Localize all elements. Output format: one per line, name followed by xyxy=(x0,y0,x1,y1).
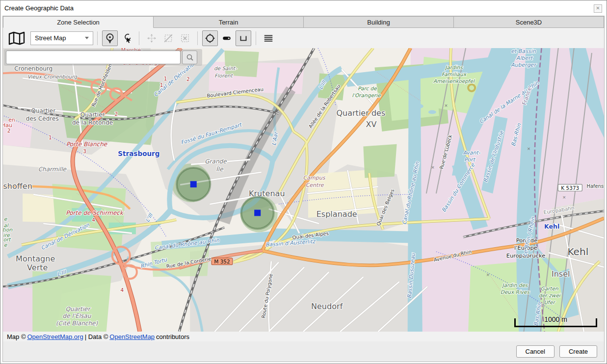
search-button[interactable] xyxy=(182,51,197,64)
delete-selection-icon[interactable] xyxy=(177,30,193,46)
close-icon[interactable]: ✕ xyxy=(594,4,602,13)
map-label: Vieux-Cronenbourg xyxy=(27,74,78,80)
map-label: Quartier xyxy=(66,306,91,312)
map-label: Campus xyxy=(303,175,326,181)
map-canvas[interactable]: M 352K 5373 CronenbourgVieux-Cronenbourg… xyxy=(3,48,604,332)
select-cursor-icon[interactable] xyxy=(119,30,134,46)
map-label: 4 xyxy=(92,217,95,223)
map-label: de l'Elsau xyxy=(63,312,92,319)
tab-zone-selection[interactable]: Zone Selection xyxy=(3,16,154,28)
map-label: Verte xyxy=(27,263,48,272)
map-label: Esplanade xyxy=(317,209,357,219)
tab-building[interactable]: Building xyxy=(304,16,454,28)
map-label: Montagne xyxy=(16,254,55,263)
map-label: Ufer xyxy=(544,299,556,305)
map-label: Avant- xyxy=(463,150,481,156)
map-label: Jardin des xyxy=(501,282,528,288)
map-type-value: Street Map xyxy=(35,34,66,42)
map-search-bar xyxy=(4,49,202,66)
tab-scene3d[interactable]: Scene3D xyxy=(454,16,604,28)
map-label: (Cité Blanche) xyxy=(56,320,98,327)
map-viewport: M 352K 5373 CronenbourgVieux-Cronenbourg… xyxy=(3,48,604,332)
zone-marker[interactable] xyxy=(190,181,197,187)
map-label: Kehl xyxy=(544,223,559,230)
map-label: Quartier xyxy=(31,107,55,114)
toolbar-separator xyxy=(139,31,139,45)
map-label: Strasbourg xyxy=(118,150,159,157)
map-toolbar: Street Map xyxy=(3,28,604,48)
create-geographic-data-dialog: Create Geographic Data ✕ Zone Selection … xyxy=(0,0,607,364)
zone-marker[interactable] xyxy=(254,210,261,216)
map-label: Jardins xyxy=(444,65,463,71)
map-label: Kehl xyxy=(567,246,588,258)
circle-zone-icon[interactable] xyxy=(202,30,218,46)
map-label: de la Rotonde xyxy=(72,119,113,126)
dialog-footer: Cancel Create xyxy=(3,341,604,362)
level-crossing-mark: × xyxy=(527,146,530,152)
osm-link[interactable]: OpenStreetMap xyxy=(109,333,155,340)
create-button[interactable]: Create xyxy=(559,345,597,358)
corridor-zone-icon[interactable] xyxy=(219,30,235,46)
map-label: et Bassin xyxy=(511,48,536,54)
pin-tool-icon[interactable] xyxy=(102,30,118,46)
map-label: der zwei xyxy=(538,292,560,298)
map-label: XV xyxy=(366,120,376,129)
map-attribution: Map © OpenStreetMap.org | Data © OpenStr… xyxy=(3,332,604,341)
map-label: l'Orangerie xyxy=(352,92,381,99)
attribution-text: | Data © xyxy=(85,333,108,340)
toolbar-separator xyxy=(197,31,198,45)
level-crossing-mark: × xyxy=(431,164,434,170)
map-label: 3 xyxy=(83,148,86,154)
map-fold-icon xyxy=(8,31,26,45)
road-shield-label: K 5373 xyxy=(561,185,579,191)
window-title: Create Geographic Data xyxy=(0,4,74,12)
map-label: Porte Blanche xyxy=(66,141,107,148)
map-label: Hafenstra xyxy=(586,183,604,189)
map-label: 1 xyxy=(160,82,163,88)
map-label: Charmille xyxy=(38,166,67,173)
map-label: Île xyxy=(216,165,223,173)
map-label: shoffen xyxy=(3,182,32,191)
map-label: Albert xyxy=(516,55,533,61)
menu-icon[interactable] xyxy=(261,30,276,46)
clear-polygon-icon[interactable] xyxy=(160,30,176,46)
tab-terrain[interactable]: Terrain xyxy=(154,16,304,28)
map-type-dropdown[interactable]: Street Map xyxy=(30,31,93,45)
search-icon xyxy=(186,53,194,61)
chevron-down-icon xyxy=(85,37,89,39)
map-label: e xyxy=(4,216,7,222)
map-label: 1 xyxy=(49,134,52,140)
map-label: Grande xyxy=(205,158,227,165)
toolbar-separator xyxy=(256,31,256,45)
rectangle-zone-icon[interactable] xyxy=(236,30,251,46)
map-label: Familiaux xyxy=(442,71,467,77)
attribution-text: contributors xyxy=(156,333,189,340)
road-shield-label: M 352 xyxy=(214,259,230,264)
map-label: Auberger xyxy=(511,62,537,68)
level-crossing-mark: × xyxy=(486,272,489,278)
level-crossing-mark: × xyxy=(563,194,566,200)
map-label: Cronenbourg xyxy=(14,66,53,73)
toolbar-separator xyxy=(97,31,98,45)
map-label: e xyxy=(4,242,7,248)
osm-org-link[interactable]: OpenStreetMap.org xyxy=(27,333,83,340)
map-label: Porte de Schirmeck xyxy=(66,209,124,216)
scalebar-label: 1000 m xyxy=(544,315,567,323)
map-label: Neudorf xyxy=(311,302,343,311)
titlebar: Create Geographic Data ✕ xyxy=(0,0,607,16)
move-points-icon[interactable] xyxy=(144,30,159,46)
map-label: Ameisenkoepfel xyxy=(433,78,475,84)
map-label: Insel xyxy=(552,269,570,279)
level-crossing-mark: × xyxy=(445,103,448,108)
attribution-text: Map © xyxy=(7,333,26,340)
map-label: Port xyxy=(464,156,476,163)
cancel-button[interactable]: Cancel xyxy=(516,345,554,358)
search-input[interactable] xyxy=(6,51,181,64)
map-label: 1 xyxy=(164,76,167,81)
map-scalebar: 1000 m xyxy=(514,318,597,327)
tab-bar: Zone Selection Terrain Building Scene3D xyxy=(3,16,604,28)
map-label: Quartier xyxy=(80,111,105,118)
dialog-content: Zone Selection Terrain Building Scene3D … xyxy=(2,16,605,362)
map-label: de Saint- xyxy=(214,66,238,72)
map-label: 2 xyxy=(186,76,190,82)
